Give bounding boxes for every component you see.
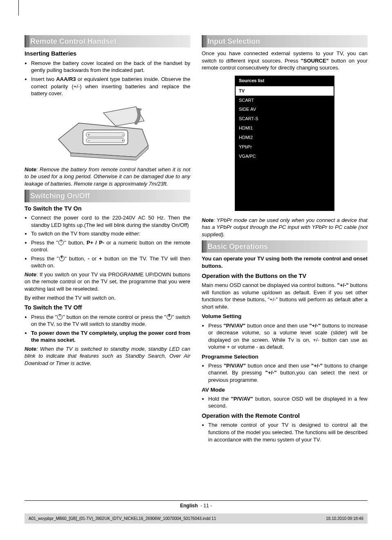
bullet-item: Press "P/V/AV" button once and then use … [208,322,368,351]
svg-rect-4 [86,138,125,143]
svg-text:−: − [122,133,124,137]
body-text: By either method the TV will switch on. [24,294,190,302]
subheading: To Switch the TV Off [24,304,190,312]
body-text: Main menu OSD cannot be displayed via co… [202,282,368,310]
two-column-layout: Remote Control Handset Inserting Batteri… [24,33,368,445]
page-footer: English - 11 - A01_woypbpr_MB60_[GB]_(01… [24,498,368,524]
bullet-item: Press the "" button on the remote contro… [31,314,190,328]
footer-rule [24,500,368,501]
bullet-item: To switch on the TV from standby mode ei… [31,230,190,238]
section-heading: Basic Operations [202,240,368,253]
bullet-item: Remove the battery cover located on the … [31,60,190,74]
right-column: Input Selection Once you have connected … [202,33,368,445]
subheading: Volume Setting [202,313,368,320]
bullet-item: Insert two AAA/R3 or equivalent type bat… [31,76,190,97]
subheading: Programme Selection [202,353,368,361]
bullet-list: Press the "" button on the remote contro… [24,314,190,344]
svg-text:+: + [88,133,90,137]
section-heading: Input Selection [202,35,368,47]
source-item: VGA/PC [236,152,334,161]
crop-mark [18,0,19,16]
sources-list-osd: Sources list TV SCART SIDE AV SCART-S HD… [235,76,334,211]
footer-page-label: English - 11 - [24,502,368,509]
section-heading: Remote Control Handset [24,35,190,47]
power-icon [59,256,65,261]
sources-empty-area [236,161,334,210]
subheading: Operation with the Buttons on the TV [202,272,368,280]
source-item: HDMI2 [236,133,334,142]
subheading: AV Mode [202,386,368,394]
note-text: Note: YPbPr mode can be used only when y… [202,217,368,238]
subheading: To Switch the TV On [24,205,190,213]
bullet-list: Remove the battery cover located on the … [24,60,190,97]
subheading: Operation with the Remote Control [202,412,368,420]
svg-rect-3 [86,132,125,137]
note-text: Note: If you switch on your TV via PROGR… [24,271,190,293]
note-text: Note: Remove the battery from remote con… [24,166,190,188]
note-text: Note: When the TV is switched to standby… [24,345,190,367]
bullet-list: Press "P/V/AV" button once and then use … [202,322,368,351]
source-item: SCART-S [236,114,334,123]
footer-date: 18.10.2010 09:18:46 [326,516,363,522]
battery-illustration: + − − + [54,101,160,162]
svg-text:+: + [122,139,124,143]
bullet-list: Hold the "P/V/AV" button, source OSD wil… [202,395,368,410]
body-text: Once you have connected external systems… [202,50,368,72]
bullet-item: Press the "" button, P+ / P- or a numeri… [31,239,190,253]
footer-meta-bar: A01_woypbpr_MB60_[GB]_(01-TV)_3902UK_IDT… [24,513,368,524]
bullet-item: Press "P/V/AV" button once and then use … [208,362,368,384]
body-text: You can operate your TV using both the r… [202,255,368,269]
bullet-item: To power down the TV completely, unplug … [31,329,190,344]
bullet-item: Press the "" button, - or + button on th… [31,255,190,269]
subheading: Inserting Batteries [24,50,190,58]
bullet-item: The remote control of your TV is designe… [208,421,368,443]
source-item: YPbPr [236,142,334,152]
left-column: Remote Control Handset Inserting Batteri… [24,33,190,445]
sources-title: Sources list [236,76,334,86]
source-item: HDMI1 [236,123,334,133]
source-item-selected: TV [236,86,334,96]
bullet-list: The remote control of your TV is designe… [202,421,368,443]
heading-text: Switching On/Off [30,192,90,200]
source-item: SIDE AV [236,105,334,114]
page: Remote Control Handset Inserting Batteri… [0,0,392,540]
bullet-item: Connect the power cord to the 220-240V A… [31,214,190,229]
power-icon [167,314,172,320]
battery-svg: + − − + [54,101,160,162]
heading-text: Basic Operations [207,242,268,251]
heading-text: Remote Control Handset [30,37,116,45]
footer-file: A01_woypbpr_MB60_[GB]_(01-TV)_3902UK_IDT… [29,516,216,522]
source-item: SCART [236,96,334,105]
power-icon [58,240,64,245]
svg-text:−: − [88,139,90,143]
bullet-list: Connect the power cord to the 220-240V A… [24,214,190,269]
heading-text: Input Selection [207,37,260,45]
bullet-item: Hold the "P/V/AV" button, source OSD wil… [208,395,368,410]
power-icon [57,314,62,320]
section-heading: Switching On/Off [24,190,190,202]
bullet-list: Press "P/V/AV" button once and then use … [202,362,368,384]
